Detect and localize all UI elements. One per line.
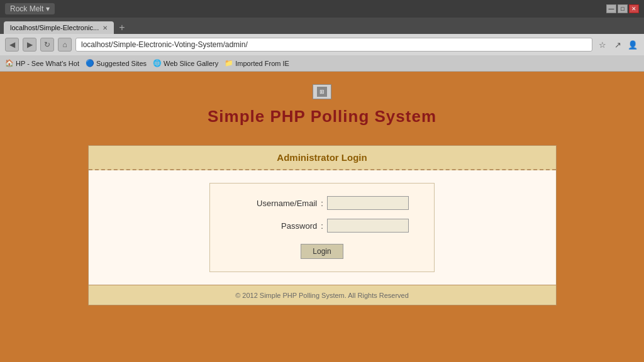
login-form: Username/Email : Password : Login — [209, 183, 435, 272]
maximize-button[interactable]: □ — [618, 4, 628, 13]
nav-icons: ☆ ↗ 👤 — [596, 38, 639, 51]
bookmark-webslice-icon: 🌐 — [153, 59, 162, 67]
forward-button[interactable]: ▶ — [23, 38, 36, 52]
login-button[interactable]: Login — [301, 244, 343, 259]
favicon-icon: ⊞ — [317, 87, 327, 97]
tab-close-icon[interactable]: ✕ — [103, 25, 108, 31]
favicon-box: ⊞ — [313, 84, 331, 99]
settings-icon[interactable]: 👤 — [626, 38, 639, 51]
new-tab-button[interactable]: + — [115, 21, 128, 34]
minimize-button[interactable]: — — [606, 4, 616, 13]
password-label: Password — [235, 221, 317, 231]
username-label: Username/Email — [235, 199, 317, 208]
bookmark-webslice[interactable]: 🌐 Web Slice Gallery — [153, 59, 218, 67]
home-button[interactable]: ⌂ — [58, 38, 72, 52]
bookmark-hp-icon: 🏠 — [5, 59, 14, 67]
password-row: Password : — [235, 219, 409, 233]
bookmark-suggested-icon: 🔵 — [86, 59, 94, 67]
bookmark-hp[interactable]: 🏠 HP - See What's Hot — [5, 59, 79, 67]
bookmarks-bar: 🏠 HP - See What's Hot 🔵 Suggested Sites … — [0, 55, 644, 72]
bookmark-hp-label: HP - See What's Hot — [16, 60, 79, 67]
share-icon[interactable]: ↗ — [611, 38, 624, 51]
login-btn-row: Login — [235, 244, 409, 259]
address-text: localhost/Simple-Electronic-Voting-Syste… — [81, 40, 248, 49]
page-title: Simple PHP Polling System — [208, 107, 436, 126]
login-body: Username/Email : Password : Login — [89, 170, 556, 285]
back-button[interactable]: ◀ — [5, 38, 19, 52]
bookmark-suggested[interactable]: 🔵 Suggested Sites — [86, 59, 147, 67]
username-input[interactable] — [327, 196, 409, 210]
title-bar: Rock Melt ▾ — □ ✕ — [0, 0, 644, 18]
refresh-button[interactable]: ↻ — [40, 38, 54, 52]
footer-text: © 2012 Simple PHP Polling System. All Ri… — [235, 292, 409, 299]
login-container: Administrator Login Username/Email : Pas… — [88, 145, 557, 305]
title-bar-left: Rock Melt ▾ — [5, 3, 604, 14]
title-bar-controls: — □ ✕ — [606, 4, 639, 13]
login-header: Administrator Login — [89, 146, 556, 170]
bookmark-ie[interactable]: 📁 Imported From IE — [225, 59, 289, 67]
app-name[interactable]: Rock Melt ▾ — [5, 3, 55, 14]
page-content: ⊞ Simple PHP Polling System Administrato… — [0, 72, 644, 362]
password-colon: : — [321, 221, 323, 231]
favicon-symbol: ⊞ — [319, 89, 325, 95]
login-footer: © 2012 Simple PHP Polling System. All Ri… — [89, 285, 556, 305]
bookmark-suggested-label: Suggested Sites — [96, 60, 147, 67]
active-tab[interactable]: localhost/Simple-Electronic... ✕ — [4, 21, 114, 34]
username-row: Username/Email : — [235, 196, 409, 210]
browser-window: Rock Melt ▾ — □ ✕ localhost/Simple-Elect… — [0, 0, 644, 362]
star-icon[interactable]: ☆ — [596, 38, 609, 51]
bookmark-webslice-label: Web Slice Gallery — [164, 60, 218, 67]
close-button[interactable]: ✕ — [629, 4, 639, 13]
tab-title: localhost/Simple-Electronic... — [10, 24, 99, 31]
login-header-title: Administrator Login — [277, 152, 367, 163]
bookmark-ie-label: Imported From IE — [235, 60, 289, 67]
password-input[interactable] — [327, 219, 409, 233]
address-bar[interactable]: localhost/Simple-Electronic-Voting-Syste… — [75, 38, 592, 52]
tab-bar: localhost/Simple-Electronic... ✕ + — [0, 18, 644, 34]
username-colon: : — [321, 199, 323, 208]
nav-bar: ◀ ▶ ↻ ⌂ localhost/Simple-Electronic-Voti… — [0, 34, 644, 55]
bookmark-ie-icon: 📁 — [225, 59, 233, 67]
